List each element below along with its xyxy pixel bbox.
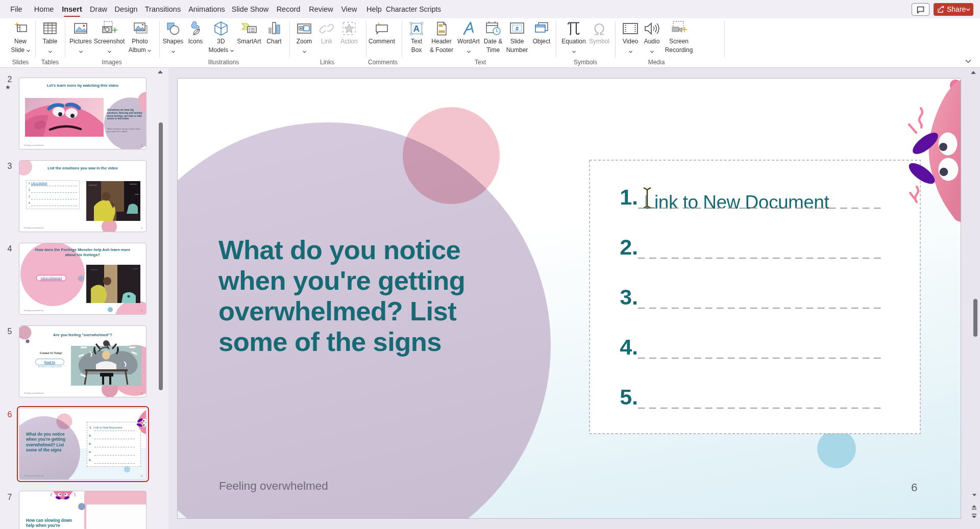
svg-text:A: A	[413, 24, 420, 34]
svg-text:#: #	[516, 26, 519, 32]
